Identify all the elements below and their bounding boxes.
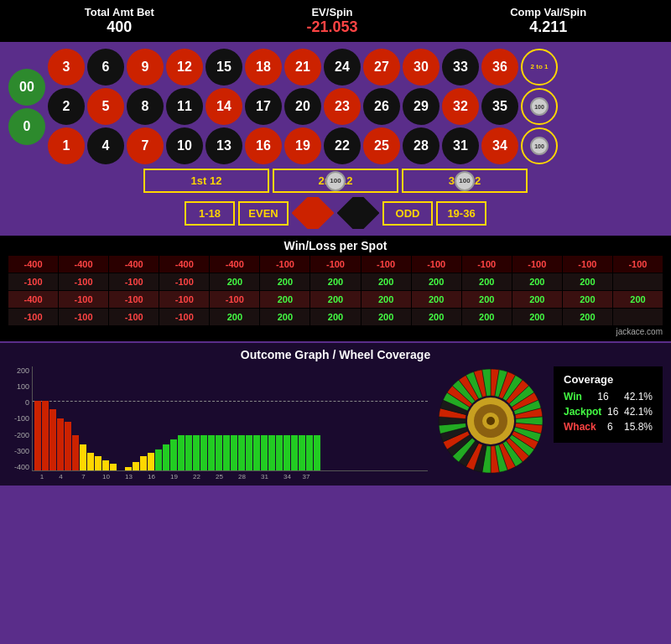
bar (238, 435, 245, 470)
wl-r0c5: -100 (260, 256, 309, 273)
number-31[interactable]: 31 (442, 127, 479, 164)
wl-r3c5: 200 (260, 309, 309, 325)
coverage-panel: Coverage Win 16 42.1% Jackpot 16 42.1% W… (554, 366, 663, 443)
number-20[interactable]: 20 (284, 88, 321, 125)
bar (223, 435, 230, 470)
number-24[interactable]: 24 (324, 49, 361, 86)
number-10[interactable]: 10 (166, 127, 203, 164)
coverage-win-row: Win 16 42.1% (564, 391, 653, 402)
number-15[interactable]: 15 (205, 49, 242, 86)
wl-r0c10: -100 (512, 256, 562, 273)
wl-r2c10: 200 (512, 291, 562, 308)
bar (155, 449, 162, 470)
number-13[interactable]: 13 (205, 127, 242, 164)
number-22[interactable]: 22 (324, 127, 361, 164)
number-16[interactable]: 16 (245, 127, 282, 164)
wl-r2c6: 200 (310, 291, 360, 308)
number-29[interactable]: 29 (403, 88, 440, 125)
wl-r2c5: 200 (260, 291, 309, 308)
bar (178, 435, 185, 470)
number-34[interactable]: 34 (481, 127, 518, 164)
x-label-10: 10 (95, 473, 117, 480)
number-18[interactable]: 18 (245, 49, 282, 86)
number-36[interactable]: 36 (481, 49, 518, 86)
number-3[interactable]: 3 (48, 49, 85, 86)
green-numbers: 00 0 (8, 49, 45, 164)
number-23[interactable]: 23 (324, 88, 361, 125)
bet-1-18[interactable]: 1-18 (185, 201, 235, 226)
wl-r3c4: 200 (210, 309, 259, 325)
number-00[interactable]: 00 (8, 69, 45, 106)
x-label-34: 34 (276, 473, 299, 480)
wl-r3c10: 200 (512, 309, 562, 325)
number-21[interactable]: 21 (284, 49, 321, 86)
total-amt-bet-label: Total Amt Bet (85, 6, 154, 18)
number-5[interactable]: 5 (87, 88, 124, 125)
bar (276, 435, 283, 470)
black-diamond (337, 197, 379, 229)
y-neg300: -300 (8, 447, 29, 455)
dozen-2nd[interactable]: 2nd 12 100 (273, 169, 398, 193)
number-14[interactable]: 14 (205, 88, 242, 125)
wheel (436, 366, 545, 475)
dozen-1st[interactable]: 1st 12 (143, 169, 269, 193)
y-100: 100 (8, 382, 29, 391)
bet-19-36[interactable]: 19-36 (436, 201, 486, 226)
number-27[interactable]: 27 (363, 49, 400, 86)
coverage-win-pct: 42.1% (624, 391, 653, 402)
chart-with-labels: 200 100 0 -100 -200 -300 -400 (8, 366, 428, 471)
bar (133, 462, 139, 470)
bet-even[interactable]: EVEN (238, 201, 289, 226)
roulette-table: 00 0 3 6 9 12 15 18 21 24 27 30 33 36 2 … (0, 42, 671, 236)
number-33[interactable]: 33 (442, 49, 479, 86)
x-label-22: 22 (185, 473, 208, 480)
x-label-4: 4 (49, 473, 72, 480)
coverage-title: Coverage (564, 373, 653, 386)
number-6[interactable]: 6 (87, 49, 124, 86)
number-9[interactable]: 9 (127, 49, 164, 86)
number-8[interactable]: 8 (127, 88, 164, 125)
x-label-28: 28 (231, 473, 253, 480)
number-4[interactable]: 4 (87, 127, 124, 164)
number-7[interactable]: 7 (127, 127, 164, 164)
y-axis: 200 100 0 -100 -200 -300 -400 (8, 366, 32, 471)
x-label-31: 31 (253, 473, 276, 480)
y-neg200: -200 (8, 431, 29, 439)
number-17[interactable]: 17 (245, 88, 282, 125)
side-bet-2to1-top[interactable]: 2 to 1 (521, 49, 558, 86)
number-25[interactable]: 25 (363, 127, 400, 164)
number-0[interactable]: 0 (8, 108, 45, 145)
wl-r0c0: -400 (8, 256, 58, 273)
bar (253, 435, 260, 470)
number-26[interactable]: 26 (363, 88, 400, 125)
bar (208, 435, 215, 470)
number-19[interactable]: 19 (284, 127, 321, 164)
wl-r3c7: 200 (362, 309, 411, 325)
number-2[interactable]: 2 (48, 88, 85, 125)
wl-r3c9: 200 (462, 309, 512, 325)
number-11[interactable]: 11 (166, 88, 203, 125)
number-12[interactable]: 12 (166, 49, 203, 86)
number-30[interactable]: 30 (403, 49, 440, 86)
dozen-3rd[interactable]: 3rd 12 100 (402, 169, 528, 193)
side-bet-2to1-bot[interactable]: 100 (521, 127, 558, 164)
wl-r2c2: -100 (109, 291, 159, 308)
bar (34, 401, 41, 470)
bet-odd[interactable]: ODD (382, 201, 433, 226)
wl-r0c4: -400 (210, 256, 259, 273)
bottom-bets: 1-18 EVEN ODD 19-36 (8, 197, 663, 229)
number-35[interactable]: 35 (481, 88, 518, 125)
wl-r0c3: -400 (159, 256, 209, 273)
number-32[interactable]: 32 (442, 88, 479, 125)
x-label-37: 37 (299, 473, 314, 480)
number-1[interactable]: 1 (48, 127, 85, 164)
bar (95, 456, 101, 470)
wl-r2c1: -100 (59, 291, 108, 308)
wl-r0c1: -400 (59, 256, 108, 273)
number-28[interactable]: 28 (403, 127, 440, 164)
black-diamond-wrapper[interactable] (337, 197, 379, 229)
side-bet-2to1-mid[interactable]: 100 (521, 88, 558, 125)
bars-container (33, 366, 428, 470)
wl-r2c4: -100 (210, 291, 259, 308)
red-diamond-wrapper[interactable] (292, 197, 334, 229)
